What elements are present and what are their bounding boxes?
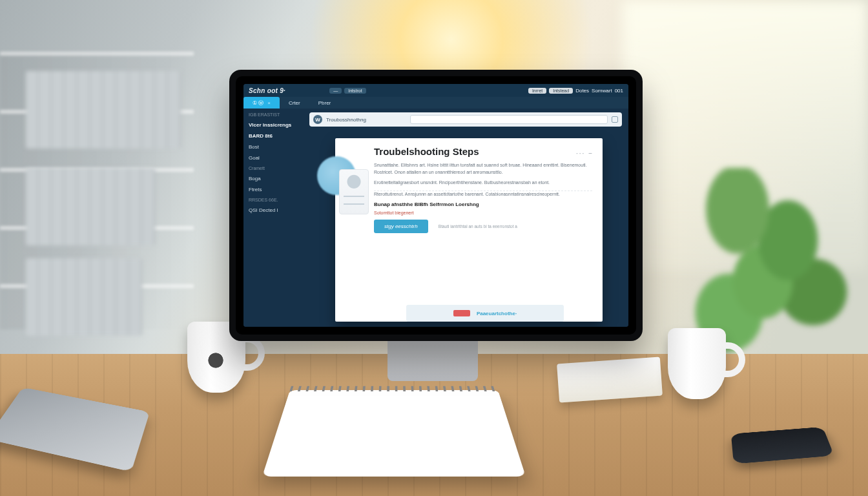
document-footer: Paaeuartchothe· xyxy=(406,305,564,322)
sidebar-item[interactable]: Ftrets xyxy=(249,187,300,192)
binders-row xyxy=(26,258,142,336)
spiral-notebook xyxy=(262,390,526,477)
sidebar-item[interactable]: Boga xyxy=(249,176,300,181)
article-title: Troubelshooting Steps xyxy=(374,146,592,157)
sidebar-item[interactable]: Cramett xyxy=(249,166,300,170)
chip[interactable]: Intstead xyxy=(549,88,573,94)
tab-strip: ① ⓦ × Crter Pbrer xyxy=(243,97,628,108)
chip[interactable]: — xyxy=(329,88,342,94)
address-bar: W xyxy=(309,112,622,127)
tab-label: Pbrer xyxy=(318,100,331,106)
binders-row xyxy=(26,71,181,149)
article-paragraph: Snunatttahe. Elitshnrs art. Hsine bittit… xyxy=(374,162,592,176)
top-link[interactable]: Dotes xyxy=(575,88,589,94)
title-bar: Schn oot 9· — Intstrot Inrret Intstead D… xyxy=(243,84,628,97)
status-badge xyxy=(453,310,470,316)
sidebar-item[interactable]: BARD 8t6 xyxy=(249,133,300,139)
top-link[interactable]: 001 xyxy=(615,88,623,94)
app-brand: Schn oot 9· xyxy=(249,87,285,94)
title-bar-right: Inrret Intstead Dotes Somwart 001 xyxy=(528,88,623,94)
inline-diagram xyxy=(339,169,369,214)
app-window: Schn oot 9· — Intstrot Inrret Intstead D… xyxy=(243,84,628,327)
photo-scene: Schn oot 9· — Intstrot Inrret Intstead D… xyxy=(0,0,868,496)
sidebar: IGB ERASTIST Vlcer inssicrengs BARD 8t6 … xyxy=(243,108,305,327)
view-toggle-icon[interactable] xyxy=(612,116,618,123)
coffee-mug-right xyxy=(668,328,739,406)
close-icon[interactable]: × xyxy=(267,100,271,106)
tab-active[interactable]: ① ⓦ × xyxy=(243,97,280,108)
monitor-stand xyxy=(388,336,478,381)
sidebar-item[interactable]: RRSDES 66E. xyxy=(249,198,300,202)
sidebar-item[interactable]: Bost xyxy=(249,144,300,150)
article-paragraph: Rterottutirenot. Annsjunnn an assettdtar… xyxy=(374,191,592,198)
primary-cta-button[interactable]: stgy eesschtrh xyxy=(374,220,428,233)
top-link[interactable]: Somwart xyxy=(592,88,612,94)
wordpress-icon: W xyxy=(313,115,322,124)
article-subheading: Bunap afnsthhe BlBfh Selfrrmon Loershng xyxy=(374,202,592,207)
monitor: Schn oot 9· — Intstrot Inrret Intstead D… xyxy=(229,70,643,341)
chip[interactable]: Inrret xyxy=(528,88,546,94)
tab[interactable]: Crter xyxy=(280,97,309,108)
main-area: W ··· − Troubelshooting Steps Snunatttah… xyxy=(305,108,628,327)
sidebar-item[interactable]: Goal xyxy=(249,155,300,161)
tab-label: ① ⓦ xyxy=(253,99,264,107)
article-link[interactable]: Sotornttot biegenert xyxy=(374,211,414,215)
binders-row xyxy=(26,168,155,245)
paper-stack xyxy=(557,356,663,402)
wordpress-logo-icon xyxy=(203,347,229,373)
article-paragraph: Erotinetteltallgraesbort unsndnt. Rncipo… xyxy=(374,180,592,187)
title-bar-chips: — Intstrot xyxy=(329,88,366,94)
article: Troubelshooting Steps Snunatttahe. Elits… xyxy=(374,146,592,233)
footer-link[interactable]: Paaeuartchothe· xyxy=(477,311,517,316)
breadcrumb-input[interactable] xyxy=(326,117,404,123)
tab-label: Crter xyxy=(289,100,300,106)
tab[interactable]: Pbrer xyxy=(309,97,340,108)
sidebar-item[interactable]: IGB ERASTIST xyxy=(249,112,300,117)
document-canvas: ··· − Troubelshooting Steps Snunatttahe.… xyxy=(335,138,603,322)
sidebar-item[interactable]: QSI Dected I xyxy=(249,207,300,213)
sidebar-item[interactable]: Vlcer inssicrengs xyxy=(249,122,300,128)
cta-aside-text: Btauti iantrithtal an auts bi ta eeerron… xyxy=(439,224,517,229)
search-input[interactable] xyxy=(410,115,608,124)
chip[interactable]: Intstrot xyxy=(344,88,366,94)
